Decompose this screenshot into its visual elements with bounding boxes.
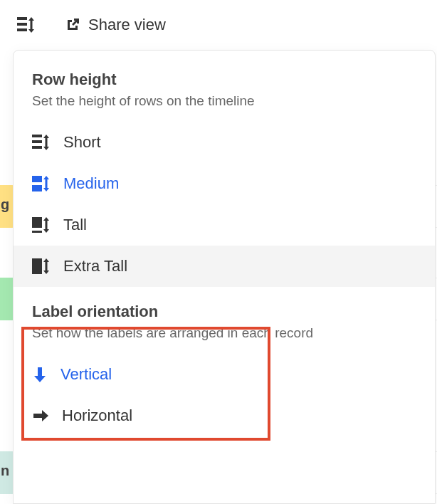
arrow-right-icon xyxy=(32,408,49,424)
label-orientation-title: Label orientation xyxy=(14,303,435,325)
row-height-option-medium[interactable]: Medium xyxy=(14,163,435,204)
row-height-option-short[interactable]: Short xyxy=(14,122,435,163)
label-orientation-desc: Set how the labels are arranged in each … xyxy=(14,325,435,354)
svg-rect-1 xyxy=(17,23,27,26)
row-height-button[interactable] xyxy=(17,17,36,33)
label-orientation-option-label: Vertical xyxy=(60,365,112,384)
svg-rect-3 xyxy=(32,135,42,137)
label-orientation-option-horizontal[interactable]: Horizontal xyxy=(14,395,435,436)
row-height-option-label: Short xyxy=(63,133,101,152)
row-height-short-icon xyxy=(32,135,51,150)
svg-rect-4 xyxy=(32,140,42,143)
row-height-title: Row height xyxy=(14,70,435,93)
svg-rect-5 xyxy=(32,146,42,149)
row-height-tall-icon xyxy=(32,217,51,233)
row-height-option-extra-tall[interactable]: Extra Tall xyxy=(14,246,435,287)
row-height-option-label: Extra Tall xyxy=(63,257,127,275)
timeline-cell-green xyxy=(0,278,14,320)
timeline-cell-letter: n xyxy=(1,463,9,479)
share-icon xyxy=(64,16,81,33)
svg-rect-7 xyxy=(32,185,42,191)
svg-rect-8 xyxy=(32,217,42,228)
share-view-button[interactable]: Share view xyxy=(64,16,166,34)
svg-rect-0 xyxy=(17,17,27,20)
row-height-icon xyxy=(17,17,36,33)
svg-rect-6 xyxy=(32,176,42,182)
row-height-panel: Row height Set the height of rows on the… xyxy=(13,50,436,504)
row-height-extratall-icon xyxy=(32,258,51,274)
label-orientation-option-vertical[interactable]: Vertical xyxy=(14,354,435,395)
share-view-label: Share view xyxy=(88,16,166,34)
svg-rect-9 xyxy=(32,231,42,233)
row-height-desc: Set the height of rows on the timeline xyxy=(14,93,435,122)
row-height-option-label: Tall xyxy=(63,216,87,234)
row-height-option-label: Medium xyxy=(63,174,119,193)
row-height-medium-icon xyxy=(32,176,51,191)
view-toolbar: Share view xyxy=(17,16,166,34)
timeline-cell-letter: g xyxy=(1,196,9,213)
row-height-option-tall[interactable]: Tall xyxy=(14,204,435,246)
svg-rect-10 xyxy=(32,258,42,274)
arrow-down-icon xyxy=(32,366,48,383)
label-orientation-option-label: Horizontal xyxy=(62,406,132,425)
svg-rect-2 xyxy=(17,28,27,31)
